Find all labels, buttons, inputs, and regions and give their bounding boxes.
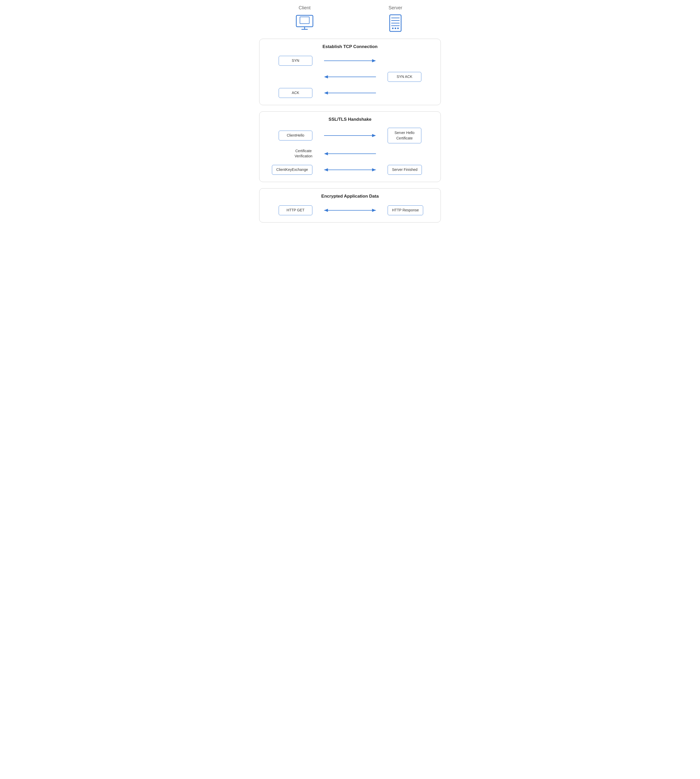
synack-box: SYN ACK (388, 72, 422, 82)
tcp-row1-left: SYN (266, 56, 312, 66)
svg-marker-27 (372, 209, 376, 212)
tls-flow-area: ClientHello Server HelloCertificate (266, 128, 434, 176)
monitor-icon (294, 13, 315, 33)
tls-row3-right: Server Finished (388, 165, 434, 175)
clienthello-box: ClientHello (278, 130, 312, 140)
svg-point-9 (392, 28, 393, 29)
tcp-row3-left: ACK (266, 88, 312, 98)
httpresponse-box: HTTP Response (388, 206, 423, 215)
tls-row-3: ClientKeyExchange Server Finished (266, 164, 434, 176)
server-icon (385, 13, 406, 33)
ack-box: ACK (278, 88, 312, 98)
svg-point-10 (395, 28, 396, 29)
httpget-box: HTTP GET (278, 206, 312, 215)
section-tls: SSL/TLS Handshake ClientHello (259, 111, 441, 182)
tls-row1-center (312, 132, 388, 139)
tcp-row3-center (312, 89, 388, 97)
header-row: Client Server (259, 5, 441, 36)
httpget-arrow (324, 206, 376, 214)
svg-marker-19 (372, 134, 376, 137)
tcp-row2-right: SYN ACK (388, 72, 434, 82)
svg-point-11 (397, 28, 399, 29)
tcp-row1-center (312, 57, 388, 65)
section-tcp: Establish TCP Connection SYN (259, 39, 441, 105)
section-tls-title: SSL/TLS Handshake (266, 117, 434, 122)
ack-arrow (324, 89, 376, 97)
svg-marker-21 (324, 152, 328, 155)
svg-marker-24 (372, 168, 376, 171)
data-row1-right: HTTP Response (388, 206, 434, 215)
tls-row2-center (312, 150, 388, 158)
tcp-row-2: SYN ACK (266, 71, 434, 83)
sections-wrapper: Establish TCP Connection SYN (259, 39, 441, 226)
tls-row2-left: CertificateVerification (266, 149, 312, 159)
cert-verification-text: CertificateVerification (295, 149, 312, 159)
synack-arrow (324, 73, 376, 81)
tls-row1-left: ClientHello (266, 130, 312, 140)
clientkeyexchange-box: ClientKeyExchange (272, 165, 312, 175)
tcp-row-1: SYN (266, 55, 434, 67)
tls-row-2: CertificateVerification (266, 148, 434, 159)
tcp-row-3: ACK (266, 87, 434, 99)
serverhello-box: Server HelloCertificate (388, 128, 422, 143)
client-label: Client (298, 5, 310, 11)
tcp-row2-center (312, 73, 388, 81)
svg-marker-15 (324, 75, 328, 79)
tls-row1-right: Server HelloCertificate (388, 128, 434, 143)
client-entity: Client (294, 5, 315, 33)
section-data-title: Encrypted Application Data (266, 194, 434, 199)
tcp-flow-area: SYN (266, 55, 434, 99)
data-row-1: HTTP GET HTTP Response (266, 205, 434, 216)
section-data: Encrypted Application Data HTTP GET (259, 188, 441, 222)
section-tcp-title: Establish TCP Connection (266, 44, 434, 49)
data-flow-area: HTTP GET HTTP Response (266, 205, 434, 216)
clienthello-arrow (324, 132, 376, 139)
tls-row-1: ClientHello Server HelloCertificate (266, 128, 434, 143)
syn-arrow (324, 57, 376, 65)
svg-marker-17 (324, 91, 328, 95)
svg-rect-1 (300, 17, 309, 23)
tls-row3-center (312, 166, 388, 174)
data-row1-center (312, 206, 388, 214)
syn-box: SYN (278, 56, 312, 66)
server-entity: Server (385, 5, 406, 33)
svg-marker-13 (372, 59, 376, 62)
cert-arrow (324, 150, 376, 158)
data-row1-left: HTTP GET (266, 206, 312, 215)
server-label: Server (388, 5, 402, 11)
keyexchange-arrow (324, 166, 376, 174)
diagram-container: Client Server (259, 5, 441, 226)
serverfinished-box: Server Finished (388, 165, 422, 175)
tls-row3-left: ClientKeyExchange (266, 165, 312, 175)
